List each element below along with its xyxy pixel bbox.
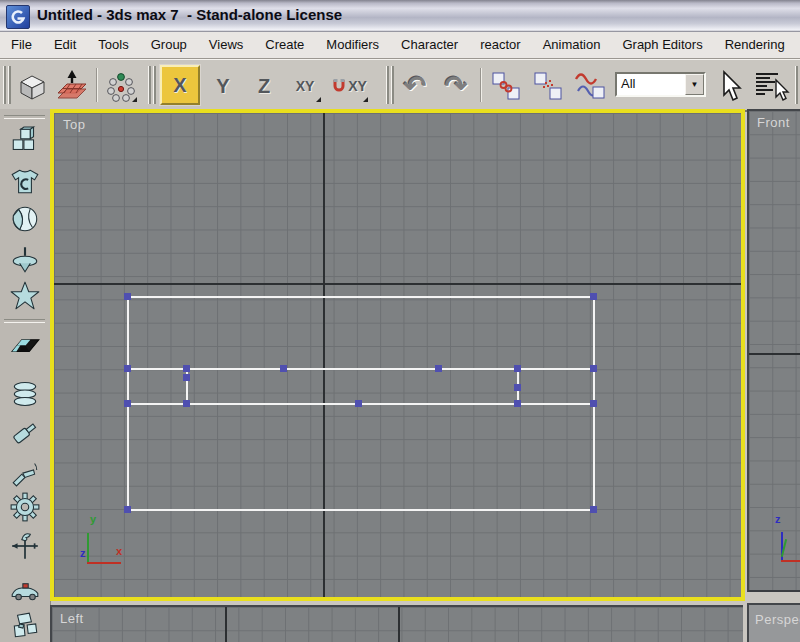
shape-segment[interactable] bbox=[127, 368, 593, 370]
restrict-z-button[interactable]: Z bbox=[246, 68, 282, 104]
toolbar-grip[interactable] bbox=[795, 66, 800, 104]
shape-vertex[interactable] bbox=[124, 506, 131, 513]
soft-body-collection-icon bbox=[9, 203, 41, 235]
redo-icon: ↷ bbox=[445, 73, 468, 100]
tripod-z-label: z bbox=[775, 513, 781, 525]
fracture-button[interactable] bbox=[8, 609, 42, 642]
rope-collection-button[interactable] bbox=[8, 242, 42, 276]
shape-vertex[interactable] bbox=[183, 374, 190, 381]
tripod-z-label: z bbox=[80, 547, 86, 559]
toolbar-grip[interactable] bbox=[386, 66, 394, 104]
shape-vertex[interactable] bbox=[124, 293, 131, 300]
shape-vertex[interactable] bbox=[183, 365, 190, 372]
select-object-button[interactable] bbox=[710, 68, 746, 104]
plane-button[interactable] bbox=[8, 328, 42, 362]
shape-vertex[interactable] bbox=[514, 365, 521, 372]
restrict-x-button[interactable]: X bbox=[160, 65, 200, 105]
autogrid-button[interactable] bbox=[54, 68, 90, 104]
menu-item-animation[interactable]: Animation bbox=[532, 33, 612, 57]
menu-item-file[interactable]: File bbox=[0, 33, 43, 57]
wind-button[interactable] bbox=[8, 529, 42, 563]
array-button[interactable] bbox=[103, 68, 139, 104]
tripod-x-axis bbox=[87, 562, 121, 564]
world-axis-vertical bbox=[323, 113, 325, 597]
viewport-perspective-label[interactable]: Perspec bbox=[755, 612, 800, 627]
viewport-left-label[interactable]: Left bbox=[60, 611, 84, 626]
restrict-y-button[interactable]: Y bbox=[205, 68, 241, 104]
menu-item-customize[interactable]: Custo bbox=[796, 33, 800, 57]
shape-segment[interactable] bbox=[127, 509, 593, 511]
rope-collection-icon bbox=[9, 243, 41, 275]
motor-button[interactable] bbox=[8, 490, 42, 524]
shape-vertex[interactable] bbox=[514, 384, 521, 391]
fracture-icon bbox=[9, 610, 41, 642]
shape-vertex[interactable] bbox=[124, 365, 131, 372]
selection-filter-dropdown[interactable]: All ▼ bbox=[615, 72, 706, 97]
linear-dashpot-button[interactable] bbox=[8, 416, 42, 450]
tripod-x-label: x bbox=[116, 545, 122, 557]
rigid-body-collection-icon bbox=[9, 126, 41, 158]
menu-item-character[interactable]: Character bbox=[390, 33, 469, 57]
bind-to-space-warp-button[interactable] bbox=[572, 68, 608, 104]
select-and-link-button[interactable] bbox=[488, 68, 524, 104]
viewport-front-label[interactable]: Front bbox=[757, 115, 790, 130]
toolbar-grip[interactable] bbox=[148, 66, 156, 104]
selection-filter-value: All bbox=[617, 74, 685, 95]
shape-vertex[interactable] bbox=[590, 400, 597, 407]
angular-dashpot-button[interactable] bbox=[8, 454, 42, 488]
menu-item-tools[interactable]: Tools bbox=[87, 33, 139, 57]
deforming-mesh-collection-button[interactable] bbox=[8, 279, 42, 313]
toy-car-icon bbox=[9, 572, 41, 604]
shape-vertex[interactable] bbox=[355, 400, 362, 407]
sidebar-separator bbox=[4, 319, 45, 323]
shape-vertex[interactable] bbox=[590, 365, 597, 372]
viewport-front[interactable]: Front z bbox=[747, 109, 800, 592]
undo-icon: ↶ bbox=[404, 73, 427, 100]
viewport-top-label[interactable]: Top bbox=[63, 117, 85, 132]
shape-segment[interactable] bbox=[127, 296, 593, 298]
chevron-down-icon[interactable]: ▼ bbox=[685, 74, 704, 95]
menu-item-edit[interactable]: Edit bbox=[43, 33, 87, 57]
shape-vertex[interactable] bbox=[514, 400, 521, 407]
box-icon bbox=[16, 70, 48, 102]
menu-bar: File Edit Tools Group Views Create Modif… bbox=[0, 32, 800, 59]
menu-item-graph-editors[interactable]: Graph Editors bbox=[611, 33, 713, 57]
tripod-y-label: y bbox=[90, 513, 96, 525]
3ds-max-window: Untitled - 3ds max 7 - Stand-alone Licen… bbox=[0, 0, 800, 642]
menu-item-reactor[interactable]: reactor bbox=[469, 33, 531, 57]
wind-icon bbox=[9, 530, 41, 562]
shape-vertex[interactable] bbox=[280, 365, 287, 372]
snapshot-box-button[interactable] bbox=[14, 68, 50, 104]
unlink-selection-button[interactable] bbox=[530, 68, 566, 104]
menu-item-modifiers[interactable]: Modifiers bbox=[315, 33, 390, 57]
snaps-axis-constraint-button[interactable]: XY bbox=[328, 68, 370, 104]
viewport-left[interactable]: Left bbox=[50, 605, 743, 642]
select-by-name-button[interactable] bbox=[750, 68, 794, 104]
menu-item-views[interactable]: Views bbox=[198, 33, 254, 57]
shape-vertex[interactable] bbox=[590, 293, 597, 300]
menu-item-rendering[interactable]: Rendering bbox=[714, 33, 796, 57]
linear-dashpot-icon bbox=[9, 417, 41, 449]
shape-vertex[interactable] bbox=[124, 400, 131, 407]
viewport-top[interactable]: Top y x z bbox=[50, 109, 745, 601]
shape-vertex[interactable] bbox=[590, 506, 597, 513]
select-by-name-icon bbox=[752, 70, 792, 102]
restrict-xy-plane-button[interactable]: XY bbox=[287, 68, 323, 104]
rigid-body-collection-button[interactable] bbox=[8, 125, 42, 159]
redo-button[interactable]: ↷ bbox=[438, 68, 474, 104]
cloth-collection-button[interactable] bbox=[8, 165, 42, 199]
viewport-perspective[interactable]: Perspec bbox=[747, 603, 800, 642]
shape-vertex[interactable] bbox=[183, 400, 190, 407]
ring-array-icon bbox=[105, 70, 137, 102]
menu-item-create[interactable]: Create bbox=[254, 33, 315, 57]
spring-button[interactable] bbox=[8, 377, 42, 411]
soft-body-collection-button[interactable] bbox=[8, 202, 42, 236]
unlink-selection-icon bbox=[532, 70, 564, 102]
title-bar[interactable]: Untitled - 3ds max 7 - Stand-alone Licen… bbox=[0, 0, 800, 32]
menu-item-group[interactable]: Group bbox=[140, 33, 198, 57]
toy-car-button[interactable] bbox=[8, 571, 42, 605]
toolbar-grip[interactable] bbox=[3, 66, 11, 104]
world-axis-vertical bbox=[398, 607, 400, 642]
undo-button[interactable]: ↶ bbox=[397, 68, 433, 104]
shape-vertex[interactable] bbox=[435, 365, 442, 372]
